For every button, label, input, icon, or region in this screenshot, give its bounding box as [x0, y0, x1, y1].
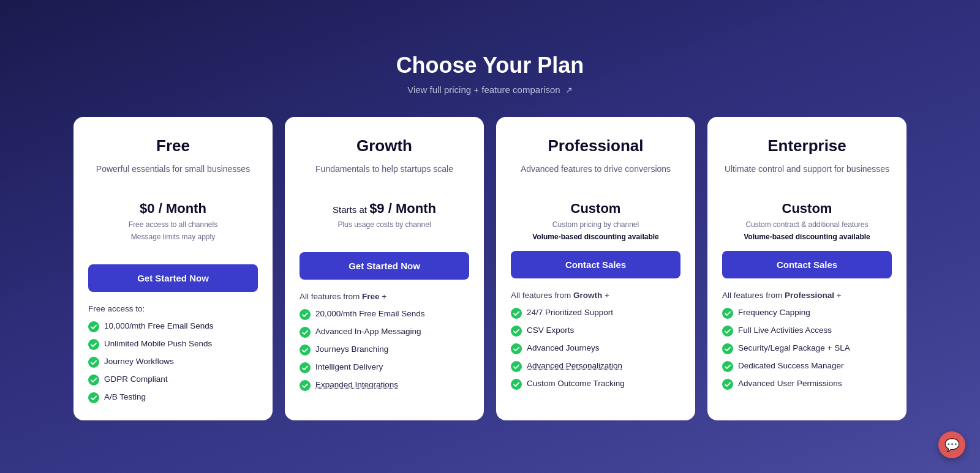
svg-point-11: [511, 326, 522, 337]
feature-item: 20,000/mth Free Email Sends: [300, 308, 469, 320]
feature-item: A/B Testing: [88, 392, 258, 403]
svg-point-13: [511, 361, 522, 372]
plan-price-note2-free: Message limits may apply: [88, 233, 258, 242]
features-intro-professional: All features from Growth +: [511, 291, 680, 300]
feature-text: Advanced User Permissions: [738, 378, 842, 390]
svg-point-4: [88, 392, 99, 403]
plan-card-growth: Growth Fundamentals to help startups sca…: [285, 117, 484, 420]
cta-button-professional[interactable]: Contact Sales: [511, 251, 680, 278]
feature-item: 24/7 Prioritized Support: [511, 307, 680, 319]
svg-point-14: [511, 379, 522, 390]
feature-text: GDPR Compliant: [104, 374, 168, 385]
page-subtitle: View full pricing + feature comparison ↗: [396, 84, 584, 95]
cta-button-growth[interactable]: Get Started Now: [300, 252, 469, 280]
features-intro-growth: All features from Free +: [300, 292, 469, 301]
feature-item: Unlimited Mobile Push Sends: [88, 338, 258, 350]
feature-text: Expanded Integrations: [315, 379, 398, 391]
feature-text: Custom Outcome Tracking: [527, 378, 625, 390]
svg-point-10: [511, 308, 522, 319]
feature-item: Expanded Integrations: [300, 379, 469, 391]
features-intro-enterprise: All features from Professional +: [722, 291, 892, 300]
feature-list-enterprise: Frequency Capping Full Live Activities A…: [722, 307, 892, 390]
feature-text: Security/Legal Package + SLA: [738, 343, 850, 354]
feature-text: Unlimited Mobile Push Sends: [104, 338, 212, 350]
svg-point-3: [88, 374, 99, 385]
feature-item: Journeys Branching: [300, 344, 469, 356]
feature-text: Journey Workflows: [104, 356, 174, 368]
plan-card-enterprise: Enterprise Ultimate control and support …: [707, 117, 907, 420]
plan-price-free: $0 / Month: [88, 201, 258, 217]
svg-point-12: [511, 343, 522, 354]
chat-icon: 💬: [944, 438, 960, 452]
external-link-icon: ↗: [565, 85, 573, 95]
feature-item: Advanced Personalization: [511, 360, 680, 372]
feature-text: Dedicated Success Manager: [738, 360, 844, 372]
plan-description-growth: Fundamentals to help startups scale: [300, 163, 469, 188]
plan-price-discount-enterprise: Volume-based discounting available: [722, 233, 892, 241]
feature-item: GDPR Compliant: [88, 374, 258, 385]
plan-price-growth: Starts at $9 / Month: [300, 201, 469, 217]
svg-point-15: [722, 308, 733, 319]
plan-card-free: Free Powerful essentials for small busin…: [74, 117, 273, 420]
svg-point-16: [722, 326, 733, 337]
page-header: Choose Your Plan View full pricing + fea…: [396, 53, 584, 95]
feature-text: Advanced Journeys: [527, 343, 600, 354]
svg-point-9: [300, 380, 311, 391]
cta-button-enterprise[interactable]: Contact Sales: [722, 251, 892, 278]
feature-text: Advanced In-App Messaging: [315, 326, 421, 338]
plan-name-professional: Professional: [511, 136, 680, 155]
svg-point-19: [722, 379, 733, 390]
feature-item: Journey Workflows: [88, 356, 258, 368]
feature-text: Journeys Branching: [315, 344, 388, 356]
feature-text: 10,000/mth Free Email Sends: [104, 321, 214, 332]
plan-price-note1-enterprise: Custom contract & additional features: [722, 220, 892, 230]
chat-bubble-button[interactable]: 💬: [938, 431, 965, 458]
feature-text: Full Live Activities Access: [738, 325, 832, 337]
plan-name-enterprise: Enterprise: [722, 136, 892, 155]
feature-item: Frequency Capping: [722, 307, 892, 319]
features-intro-free: Free access to:: [88, 304, 258, 313]
plan-card-professional: Professional Advanced features to drive …: [496, 117, 695, 420]
feature-item: Security/Legal Package + SLA: [722, 343, 892, 354]
feature-list-professional: 24/7 Prioritized Support CSV Exports Adv…: [511, 307, 680, 390]
plans-grid: Free Powerful essentials for small busin…: [74, 117, 907, 420]
feature-text: Intelligent Delivery: [315, 362, 383, 373]
feature-item: Advanced Journeys: [511, 343, 680, 354]
feature-item: Advanced User Permissions: [722, 378, 892, 390]
plan-price-note1-free: Free access to all channels: [88, 220, 258, 230]
feature-text: Advanced Personalization: [527, 360, 622, 372]
feature-text: A/B Testing: [104, 392, 146, 403]
svg-point-2: [88, 357, 99, 368]
plan-price-note1-professional: Custom pricing by channel: [511, 220, 680, 230]
feature-list-free: 10,000/mth Free Email Sends Unlimited Mo…: [88, 321, 258, 403]
plan-name-free: Free: [88, 136, 258, 155]
feature-item: 10,000/mth Free Email Sends: [88, 321, 258, 332]
plan-price-note1-growth: Plus usage costs by channel: [300, 220, 469, 230]
svg-point-5: [300, 309, 311, 320]
feature-text: 24/7 Prioritized Support: [527, 307, 613, 319]
svg-point-7: [300, 345, 311, 356]
cta-button-free[interactable]: Get Started Now: [88, 264, 258, 292]
svg-point-1: [88, 339, 99, 350]
feature-text: Frequency Capping: [738, 307, 810, 319]
feature-item: Dedicated Success Manager: [722, 360, 892, 372]
plan-price-enterprise: Custom: [722, 201, 892, 217]
feature-item: Full Live Activities Access: [722, 325, 892, 337]
svg-point-6: [300, 327, 311, 338]
svg-point-17: [722, 343, 733, 354]
svg-point-18: [722, 361, 733, 372]
feature-item: Advanced In-App Messaging: [300, 326, 469, 338]
feature-list-growth: 20,000/mth Free Email Sends Advanced In-…: [300, 308, 469, 391]
plan-price-professional: Custom: [511, 201, 680, 217]
plan-price-discount-professional: Volume-based discounting available: [511, 233, 680, 241]
plan-description-free: Powerful essentials for small businesses: [88, 163, 258, 188]
svg-point-0: [88, 321, 99, 332]
plan-name-growth: Growth: [300, 136, 469, 155]
feature-text: CSV Exports: [527, 325, 574, 337]
feature-item: Intelligent Delivery: [300, 362, 469, 373]
plan-description-enterprise: Ultimate control and support for busines…: [722, 163, 892, 188]
feature-item: CSV Exports: [511, 325, 680, 337]
plan-description-professional: Advanced features to drive conversions: [511, 163, 680, 188]
svg-point-8: [300, 362, 311, 373]
feature-text: 20,000/mth Free Email Sends: [315, 308, 425, 320]
